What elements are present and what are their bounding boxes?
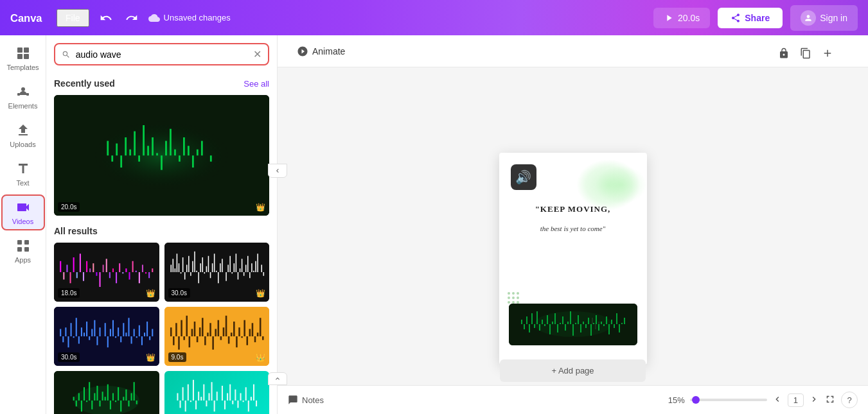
svg-rect-3 <box>17 54 22 59</box>
notes-button[interactable]: Notes <box>288 395 324 405</box>
recently-used-header: Recently used See all <box>54 78 269 89</box>
share-button[interactable]: Share <box>718 8 783 28</box>
zoom-percent: 15% <box>668 395 685 405</box>
quote-text: "KEEP MOVING, <box>506 204 641 214</box>
search-input[interactable] <box>76 49 248 60</box>
lock-button[interactable] <box>775 45 792 64</box>
file-menu-button[interactable]: File <box>57 9 89 27</box>
play-button[interactable]: 20.0s <box>653 8 710 28</box>
result-item-3[interactable]: 30.0s <box>54 307 159 366</box>
svg-point-304 <box>508 301 510 304</box>
svg-point-299 <box>512 292 515 295</box>
premium-crown <box>256 353 265 362</box>
media-panel: ✕ Recently used See all <box>46 35 278 414</box>
svg-rect-8 <box>17 240 22 245</box>
result-item-5[interactable]: 20.0s <box>54 371 159 414</box>
bottom-bar: Notes 15% 1 ? <box>278 385 868 414</box>
svg-point-5 <box>21 87 25 91</box>
svg-rect-1 <box>17 47 22 53</box>
next-page-button[interactable] <box>809 394 819 406</box>
hide-panel-button[interactable] <box>268 164 287 178</box>
fullscreen-button[interactable] <box>824 393 836 407</box>
search-icon <box>62 49 71 60</box>
duration-badge: 30.0s <box>58 352 80 362</box>
svg-point-298 <box>508 292 510 295</box>
premium-crown <box>256 203 265 212</box>
search-clear-button[interactable]: ✕ <box>253 48 261 60</box>
topbar: Canva File Unsaved changes 20.0s Share S… <box>0 0 868 35</box>
all-results-header: All results <box>54 226 269 236</box>
search-bar: ✕ <box>46 35 277 73</box>
duration-badge: 20.0s <box>58 202 80 212</box>
result-item-6[interactable]: 9.0s <box>164 371 270 414</box>
sidebar-item-videos[interactable]: Videos <box>1 194 45 230</box>
recently-used-title: Recently used <box>54 78 115 89</box>
duration-badge: 9.0s <box>168 352 187 362</box>
sidebar-item-uploads[interactable]: Uploads <box>1 117 45 153</box>
result-item-1[interactable]: 18.0s <box>54 243 159 302</box>
canvas-toolbar <box>775 45 836 64</box>
svg-point-305 <box>512 301 515 304</box>
add-page-toolbar-button[interactable] <box>819 45 836 64</box>
show-pages-button[interactable] <box>268 372 287 385</box>
duration-badge: 18.0s <box>58 288 80 298</box>
help-button[interactable]: ? <box>841 392 858 408</box>
result-item-4[interactable]: 9.0s <box>164 307 270 366</box>
svg-rect-2 <box>24 47 29 53</box>
svg-rect-6 <box>17 93 20 96</box>
svg-rect-10 <box>17 247 22 252</box>
all-results-section: All results <box>46 221 277 414</box>
left-sidebar: Templates Elements Uploads Text Videos A… <box>0 35 46 414</box>
premium-crown <box>146 289 155 298</box>
sidebar-item-templates[interactable]: Templates <box>1 40 45 76</box>
duplicate-page-button[interactable] <box>797 45 814 64</box>
svg-text:Canva: Canva <box>10 12 42 24</box>
watercolor-splash-2 <box>596 166 647 204</box>
premium-crown <box>146 353 155 362</box>
unsaved-indicator: Unsaved changes <box>148 12 231 24</box>
signin-button[interactable]: Sign in <box>790 5 858 31</box>
svg-point-303 <box>517 297 519 299</box>
search-input-wrap: ✕ <box>54 43 269 65</box>
premium-crown <box>256 289 265 298</box>
all-results-title: All results <box>54 226 98 236</box>
svg-point-301 <box>508 297 510 299</box>
audio-player-card[interactable] <box>509 304 637 345</box>
svg-point-300 <box>517 292 519 295</box>
recently-used-section: Recently used See all <box>46 73 277 221</box>
recently-used-item[interactable]: 20.0s <box>54 95 269 216</box>
svg-rect-7 <box>26 93 29 96</box>
see-all-link[interactable]: See all <box>244 79 269 89</box>
canva-logo: Canva <box>10 9 49 27</box>
sidebar-item-text[interactable]: Text <box>1 156 45 192</box>
recently-used-grid: 20.0s <box>54 95 269 216</box>
page-number: 1 <box>788 393 804 407</box>
add-page-button[interactable]: + Add page <box>500 359 645 382</box>
sidebar-item-elements[interactable]: Elements <box>1 79 45 115</box>
svg-rect-9 <box>24 240 29 245</box>
animate-button[interactable]: Animate <box>290 42 351 61</box>
zoom-slider[interactable] <box>690 399 767 401</box>
result-item-2[interactable]: 30.0s <box>164 243 270 302</box>
svg-rect-4 <box>24 54 29 59</box>
speaker-icon: 🔊 <box>511 164 536 190</box>
prev-page-button[interactable] <box>772 394 783 406</box>
canvas-card[interactable]: 🔊 "KEEP MOVING, the best is yet to come" <box>499 153 647 365</box>
duration-badge: 30.0s <box>168 288 190 298</box>
quote-subtext: the best is yet to come" <box>506 223 641 235</box>
add-page-container: + Add page <box>278 356 868 382</box>
undo-button[interactable] <box>97 9 115 27</box>
sidebar-item-apps[interactable]: Apps <box>1 233 45 269</box>
svg-point-302 <box>512 297 515 299</box>
svg-point-306 <box>517 301 519 304</box>
redo-button[interactable] <box>123 9 141 27</box>
svg-rect-11 <box>24 247 29 252</box>
all-results-grid: 18.0s <box>54 243 269 414</box>
